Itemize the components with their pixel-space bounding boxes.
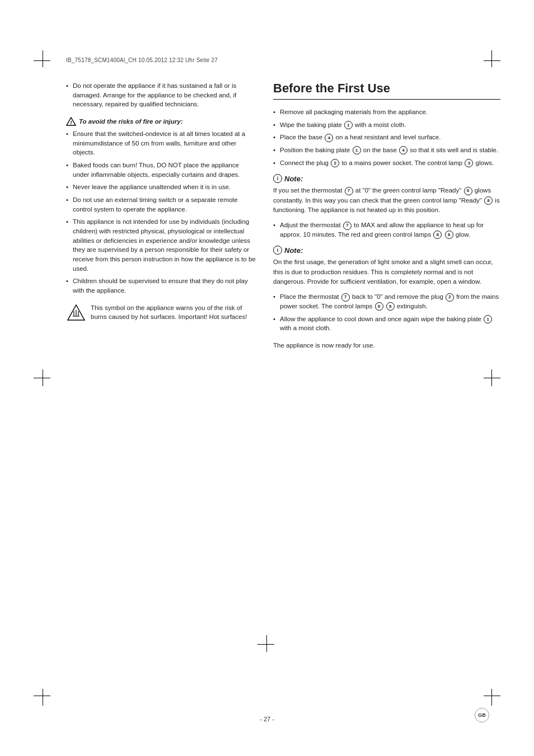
right-bullet-1: • Wipe the baking plate 1 with a moist c… — [273, 120, 500, 130]
bullet-dot-1: • — [66, 129, 68, 157]
circled-1b: 1 — [353, 146, 361, 154]
circled-8e: 8 — [375, 302, 383, 311]
section-title: Before the First Use — [273, 81, 500, 100]
crop-mark-br-v — [491, 689, 492, 706]
right-bullet-4: • Connect the plug 2 to a mains power so… — [273, 158, 500, 168]
bullet-text-5: This appliance is not intended for use b… — [73, 217, 256, 273]
bullet-item-6: • Children should be supervised to ensur… — [66, 276, 256, 295]
note-title-2: i Note: — [273, 246, 500, 255]
right-bullet-0: • Remove all packaging materials from th… — [273, 107, 500, 117]
circled-7a: 7 — [345, 187, 353, 195]
bullet-dot-3: • — [66, 182, 68, 192]
crop-mark-tr-h — [484, 60, 500, 61]
right-intro-bullets: • Remove all packaging materials from th… — [273, 107, 500, 167]
hot-surface-text: This symbol on the appliance warns you o… — [91, 303, 256, 322]
bullet-item-5: • This appliance is not intended for use… — [66, 217, 256, 273]
bullet-item-2: • Baked foods can burn! Thus, DO NOT pla… — [66, 161, 256, 179]
center-left-h — [34, 378, 50, 378]
note-body-2: On the first usage, the generation of li… — [273, 257, 500, 287]
bullet-text-1: Ensure that the switched-ondevice is at … — [73, 129, 256, 157]
footer: - 27 - — [0, 716, 534, 722]
warning-triangle-icon: ! — [66, 117, 76, 126]
right-bullet-2: • Place the base 4 on a heat resistant a… — [273, 133, 500, 142]
note-label-1: Note: — [284, 175, 303, 183]
warning-section: ! To avoid the risks of fire or injury: … — [66, 117, 256, 295]
header-file-info: IB_75178_SCM1400Al_CH 10.05.2012 12:32 U… — [66, 57, 218, 63]
circled-4a: 4 — [325, 134, 333, 142]
adjust-bullet-list: • Adjust the thermostat 7 to MAX and all… — [273, 220, 500, 239]
crop-mark-bl-h — [34, 696, 50, 696]
left-column: • Do not operate the appliance if it has… — [66, 81, 256, 678]
bullet-dot-2: • — [66, 161, 68, 179]
crop-mark-tr-v — [491, 50, 492, 67]
final-bullet-1: • Allow the appliance to cool down and o… — [273, 314, 500, 333]
crop-mark-br-h — [484, 696, 500, 696]
bullet-text-3: Never leave the appliance unattended whe… — [73, 182, 256, 192]
content-area: • Do not operate the appliance if it has… — [66, 81, 500, 678]
circled-3a: 3 — [465, 159, 473, 167]
note-label-2: Note: — [284, 246, 303, 255]
bullet-item-1: • Ensure that the switched-ondevice is a… — [66, 129, 256, 157]
circled-8a: 8 — [464, 187, 472, 195]
right-column: Before the First Use • Remove all packag… — [273, 81, 500, 678]
bullet-item-4: • Do not use an external timing switch o… — [66, 195, 256, 214]
note-section-2: i Note: On the first usage, the generati… — [273, 246, 500, 287]
note-icon-1: i — [273, 174, 282, 183]
intro-bullet-list: • Do not operate the appliance if it has… — [66, 81, 256, 109]
warning-title: ! To avoid the risks of fire or injury: — [66, 117, 256, 126]
bullet-text-0: Do not operate the appliance if it has s… — [73, 81, 256, 109]
crop-mark-tl-v — [43, 50, 43, 67]
final-bullet-list: • Place the thermostat 7 back to "0" and… — [273, 292, 500, 333]
footer-country-badge: GB — [475, 708, 489, 722]
bullet-dot-5: • — [66, 217, 68, 273]
circled-1c: 1 — [484, 315, 492, 323]
bullet-item-0: • Do not operate the appliance if it has… — [66, 81, 256, 109]
bullet-dot-4: • — [66, 195, 68, 214]
warning-title-text: To avoid the risks of fire or injury: — [79, 118, 183, 125]
crop-mark-tl-h — [34, 60, 50, 61]
circled-7b: 7 — [343, 222, 352, 230]
bullet-item-3: • Never leave the appliance unattended w… — [66, 182, 256, 192]
crop-mark-bl-v — [43, 689, 43, 706]
note-body-1: If you set the thermostat 7 at "0" the g… — [273, 186, 500, 215]
warning-bullet-list: • Ensure that the switched-ondevice is a… — [66, 129, 256, 295]
circled-8f: 8 — [386, 302, 395, 311]
circled-4b: 4 — [399, 146, 407, 154]
bullet-text-4: Do not use an external timing switch or … — [73, 195, 256, 214]
closing-text: The appliance is now ready for use. — [273, 341, 500, 350]
hot-surface-box: This symbol on the appliance warns you o… — [66, 303, 256, 323]
bullet-text-6: Children should be supervised to ensure … — [73, 276, 256, 295]
circled-8d: 8 — [445, 231, 453, 239]
page: IB_75178_SCM1400Al_CH 10.05.2012 12:32 U… — [0, 0, 534, 756]
note-section-1: i Note: If you set the thermostat 7 at "… — [273, 174, 500, 215]
bullet-text-2: Baked foods can burn! Thus, DO NOT place… — [73, 161, 256, 179]
circled-2a: 2 — [331, 159, 339, 167]
center-left-v — [43, 369, 43, 386]
adjust-bullet: • Adjust the thermostat 7 to MAX and all… — [273, 220, 500, 239]
circled-2b: 2 — [446, 293, 454, 302]
bullet-dot-0: • — [66, 81, 68, 109]
circled-1: 1 — [344, 121, 353, 129]
svg-text:!: ! — [71, 120, 72, 125]
bullet-dot-6: • — [66, 276, 68, 295]
final-bullet-0: • Place the thermostat 7 back to "0" and… — [273, 292, 500, 311]
right-bullet-3: • Position the baking plate 1 on the bas… — [273, 145, 500, 155]
circled-8b: 8 — [484, 196, 493, 205]
circled-7c: 7 — [341, 293, 350, 302]
note-title-1: i Note: — [273, 174, 500, 183]
footer-page-number: - 27 - — [260, 716, 274, 722]
note-icon-2: i — [273, 246, 282, 255]
circled-8c: 8 — [433, 231, 442, 239]
hot-surface-icon — [66, 303, 86, 323]
